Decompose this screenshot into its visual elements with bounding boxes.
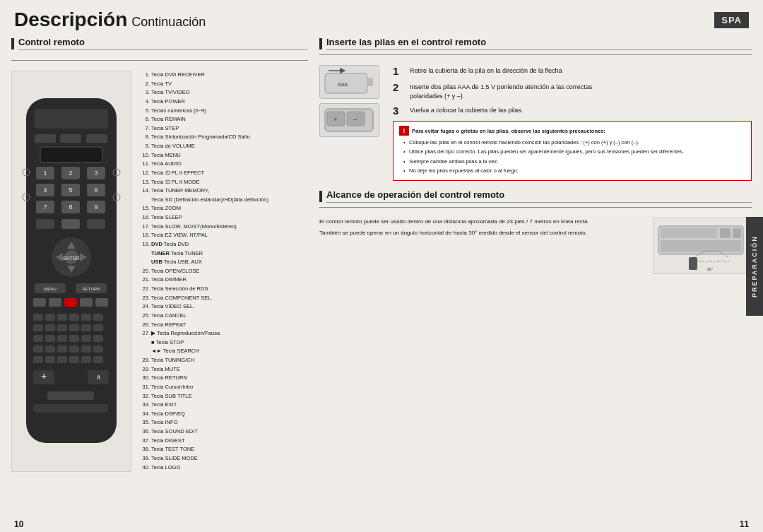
warning-icon: !: [399, 126, 409, 136]
list-item: 11. Tecla AUDIO: [138, 160, 308, 168]
svg-text:–: –: [353, 116, 357, 123]
battery-img-bottom: + –: [319, 103, 379, 137]
main-content: Control remoto: [0, 37, 763, 516]
list-item: 26. Tecla REPEAT: [138, 321, 308, 329]
svg-rect-2: [35, 134, 56, 143]
svg-rect-46: [69, 314, 79, 321]
list-item: 5. Teclas numéricas (0~9): [138, 107, 308, 115]
alcance-image: 30°: [653, 218, 752, 274]
list-item: 1. Tecla DVD RECEIVER: [138, 71, 308, 79]
warning-item: Siempre cambie ambas pilas a la vez.: [403, 158, 745, 165]
svg-rect-61: [33, 345, 43, 353]
warning-item: Utilice pilas del tipo correcto. Las pil…: [403, 148, 745, 155]
svg-rect-72: [93, 356, 103, 363]
list-item: 17. Tecla SLOW, MO/ST(Mono/Estéreo): [138, 223, 308, 231]
list-item: 33. Tecla EXIT: [138, 401, 308, 409]
step2-text: Inserte dos pilas AAA de 1,5 V poniendo …: [410, 81, 592, 100]
svg-text:RETURN: RETURN: [83, 287, 100, 291]
list-item: 15. Tecla ZOOM: [138, 204, 308, 213]
inserte-section: Inserte las pilas en el control remoto: [319, 37, 752, 181]
list-item: 40. Tecla LOGO: [138, 463, 308, 472]
svg-text:∧: ∧: [96, 373, 101, 381]
alcance-section: Alcance de operación del control remoto …: [319, 189, 752, 274]
battery-images: AAA + –: [319, 65, 383, 181]
list-item: 8. Tecla Sintonización Programada/CD Sal…: [138, 133, 308, 141]
list-item: 38. Tecla TEST TONE: [138, 445, 308, 454]
list-item: 30. Tecla RETURN: [138, 374, 308, 382]
list-item: ■ Tecla STOP: [138, 338, 308, 347]
svg-rect-95: [733, 228, 741, 238]
svg-rect-63: [57, 345, 67, 353]
list-item: 37. Tecla DIGEST: [138, 437, 308, 445]
page-title: Descripción Continuación: [14, 8, 206, 31]
svg-rect-42: [95, 298, 108, 307]
svg-rect-70: [69, 356, 79, 363]
list-item: 14. Tecla TUNER MEMORY,: [138, 187, 308, 195]
list-item: 12. Tecla ⊡ PL II EFFECT: [138, 169, 308, 177]
title-main: Descripción: [14, 8, 127, 31]
step-3: 3 Vuelva a colocar la cubierta de las pi…: [393, 105, 752, 117]
svg-text:30°: 30°: [706, 267, 714, 271]
list-item: Tecla SD (Definición estándar)/HD(Alta d…: [138, 196, 308, 204]
list-item: 6. Tecla REMAIN: [138, 115, 308, 124]
title-sub: Continuación: [131, 15, 206, 30]
svg-text:MENU: MENU: [44, 287, 57, 291]
svg-rect-5: [40, 147, 102, 162]
control-remoto-title: Control remoto: [18, 37, 308, 50]
svg-text:1: 1: [43, 170, 47, 177]
svg-rect-78: [33, 404, 108, 413]
svg-rect-47: [81, 314, 91, 321]
svg-rect-24: [36, 219, 54, 229]
list-item: 2. Tecla TV: [138, 80, 308, 88]
header: Descripción Continuación SPA: [0, 0, 763, 37]
svg-rect-62: [45, 345, 55, 353]
list-item: 16. Tecla SLEEP: [138, 213, 308, 222]
svg-rect-58: [69, 335, 79, 342]
step-2: 2 Inserte dos pilas AAA de 1,5 V poniend…: [393, 81, 752, 100]
svg-rect-45: [57, 314, 67, 321]
step1-text: Retire la cubierta de la pila en la dire…: [410, 65, 562, 76]
list-item: TUNER Tecla TUNER: [138, 249, 308, 258]
remote-svg: 1 2 3 4 5 6 7 8: [19, 95, 124, 448]
svg-text:9: 9: [94, 203, 97, 211]
svg-text:+: +: [41, 370, 47, 382]
svg-rect-68: [45, 356, 55, 363]
list-item: 7. Tecla STEP: [138, 124, 308, 133]
svg-rect-52: [69, 324, 79, 331]
control-remoto-section: 1 2 3 4 5 6 7 8: [11, 71, 308, 472]
list-item: 36. Tecla SOUND EDIT: [138, 427, 308, 436]
svg-rect-3: [60, 134, 81, 143]
svg-text:7: 7: [43, 203, 47, 211]
warning-item: No deje las pilas expuestas al calor o a…: [403, 167, 745, 175]
svg-rect-97: [689, 257, 697, 270]
divider: [11, 60, 308, 61]
svg-rect-65: [81, 345, 91, 353]
list-item: 27. ▶ Tecla Reproducción/Pausa: [138, 329, 308, 338]
svg-text:AAA: AAA: [337, 82, 347, 87]
warning-title: ! Para evitar fugas o grietas en las pil…: [399, 126, 745, 136]
device-img: 30°: [653, 218, 752, 274]
svg-rect-77: [47, 391, 94, 400]
preparacion-sidebar: PREPARACIÓN: [746, 217, 763, 316]
list-item: 22. Tecla Selección de RDS: [138, 285, 308, 293]
svg-rect-84: [367, 78, 373, 86]
list-item: 35. Tecla INFO: [138, 418, 308, 427]
list-item: 20. Tecla OPEN/CLOSE: [138, 267, 308, 276]
list-item: ◄► Tecla SEARCH: [138, 347, 308, 355]
svg-text:4: 4: [43, 187, 47, 194]
right-panel: Inserte las pilas en el control remoto: [319, 37, 752, 511]
list-item: 10. Tecla MENU: [138, 151, 308, 160]
list-item: 21. Tecla DIMMER: [138, 276, 308, 284]
alcance-header: Alcance de operación del control remoto: [319, 189, 752, 203]
page-numbers: 10 11: [0, 516, 763, 532]
inserte-title: Inserte las pilas en el control remoto: [326, 37, 752, 50]
warning-items: Coloque las pilas en el control remoto h…: [399, 138, 745, 175]
svg-rect-60: [93, 335, 103, 342]
insert-content: AAA + –: [319, 65, 752, 181]
svg-text:5: 5: [69, 187, 72, 194]
svg-rect-25: [61, 219, 80, 229]
list-item: 18. Tecla EZ VIEW, NT/PAL: [138, 231, 308, 240]
svg-text:8: 8: [69, 203, 72, 211]
left-panel: Control remoto: [11, 37, 308, 511]
svg-rect-54: [93, 324, 103, 331]
